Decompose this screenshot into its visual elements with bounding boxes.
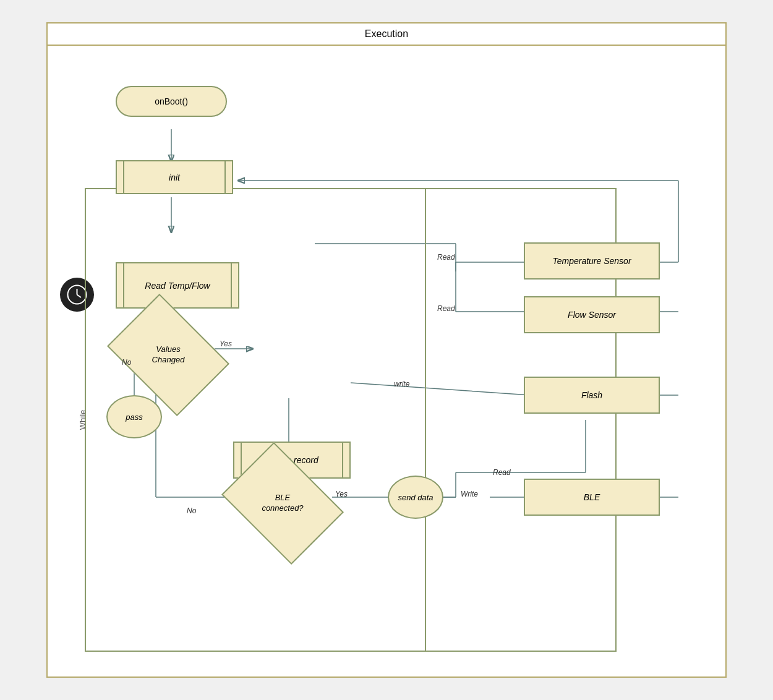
onboot-node: onBoot() [116, 86, 227, 117]
while-label: While [78, 410, 87, 430]
init-node: init [116, 160, 233, 194]
read1-label: Read [437, 253, 455, 262]
write2-label: Write [461, 490, 478, 498]
swimlane-divider [425, 188, 426, 652]
values-changed-node: Values Changed [119, 318, 218, 392]
no1-label: No [122, 358, 131, 367]
svg-line-30 [77, 295, 82, 298]
flow-sensor-node: Flow Sensor [524, 296, 660, 333]
no2-label: No [187, 506, 196, 515]
write1-label: write [394, 380, 409, 388]
read2-label: Read [437, 304, 455, 313]
temperature-sensor-node: Temperature Sensor [524, 242, 660, 280]
yes1-label: Yes [220, 339, 232, 348]
read3-label: Read [493, 468, 511, 477]
ble-connected-node: BLE connected? [233, 466, 332, 540]
diagram-container: Execution [46, 22, 727, 678]
diagram-body: While onBoot() init Read Temp/Flow Value… [48, 46, 725, 674]
diagram-title: Execution [48, 23, 725, 46]
pass-node: pass [106, 395, 162, 438]
send-data-node: send data [388, 476, 443, 519]
read-temp-flow-node: Read Temp/Flow [116, 262, 239, 309]
ble-node: BLE [524, 479, 660, 516]
yes2-label: Yes [335, 490, 348, 498]
flash-node: Flash [524, 377, 660, 414]
